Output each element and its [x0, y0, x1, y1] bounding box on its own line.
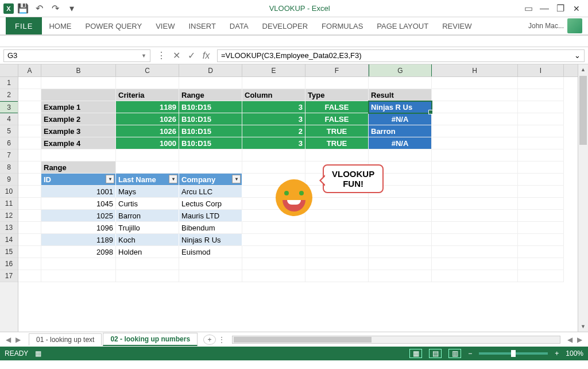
tab-insert[interactable]: INSERT [181, 17, 222, 34]
table-cell[interactable]: Mays [116, 186, 179, 198]
cell-d5[interactable]: B10:D15 [179, 125, 242, 137]
cell-b2[interactable] [41, 89, 116, 101]
macro-record-icon[interactable]: ▦ [35, 349, 41, 358]
table-cell[interactable]: Mauris LTD [179, 210, 242, 222]
cell-b4[interactable]: Example 2 [41, 113, 116, 125]
row-hdr-3[interactable]: 3 [0, 101, 18, 113]
cell-g2[interactable]: Result [369, 89, 432, 101]
row-hdr-9[interactable]: 9 [0, 174, 18, 186]
col-hdr-g[interactable]: G [369, 64, 432, 76]
col-hdr-b[interactable]: B [41, 64, 116, 76]
cell-f2[interactable]: Type [305, 89, 369, 101]
cell-g4[interactable]: #N/A [369, 113, 432, 125]
row-hdr-7[interactable]: 7 [0, 149, 18, 162]
redo-icon[interactable]: ↷ [49, 2, 62, 15]
cell-g3-active[interactable]: Ninjas R Us [369, 101, 432, 113]
view-pagelayout-icon[interactable]: ▤ [429, 349, 442, 358]
table-cell[interactable]: Ninjas R Us [179, 234, 242, 246]
tab-home[interactable]: HOME [42, 17, 78, 34]
row-hdr-1[interactable]: 1 [0, 77, 18, 89]
zoom-out-icon[interactable]: − [468, 349, 472, 358]
sheet-nav-last-icon[interactable]: ▶ [13, 336, 23, 344]
cell-d6[interactable]: B10:D15 [179, 137, 242, 149]
hscroll-left-icon[interactable]: ◀ [565, 336, 575, 344]
close-icon[interactable]: ✕ [568, 2, 585, 15]
table-hdr-company[interactable]: Company▾ [179, 174, 242, 186]
filter-icon[interactable]: ▾ [232, 175, 241, 183]
cell-f3[interactable]: FALSE [305, 101, 369, 113]
tab-formulas[interactable]: FORMULAS [315, 17, 370, 34]
table-cell[interactable]: 1001 [41, 186, 116, 198]
fx-icon[interactable]: fx [199, 49, 214, 62]
ribbon-options-icon[interactable]: ▭ [520, 2, 536, 15]
table-cell[interactable]: Bibendum [179, 222, 242, 234]
row-hdr-13[interactable]: 13 [0, 222, 18, 234]
sheet-more-icon[interactable]: ⋮ [216, 336, 227, 344]
fx-options-icon[interactable]: ⋮ [154, 49, 169, 62]
cell-c5[interactable]: 1026 [116, 125, 179, 137]
table-cell[interactable]: Koch [116, 234, 179, 246]
minimize-icon[interactable]: — [536, 2, 552, 15]
row-hdr-14[interactable]: 14 [0, 234, 18, 246]
tab-developer[interactable]: DEVELOPER [256, 17, 315, 34]
filter-icon[interactable]: ▾ [106, 175, 114, 183]
table-cell[interactable]: Arcu LLC [179, 186, 242, 198]
cell-c6[interactable]: 1000 [116, 137, 179, 149]
cancel-icon[interactable]: ✕ [169, 49, 184, 62]
row-hdr-6[interactable]: 6 [0, 137, 18, 149]
col-hdr-e[interactable]: E [242, 64, 305, 76]
zoom-slider[interactable] [479, 352, 548, 355]
table-hdr-lastname[interactable]: Last Name▾ [116, 174, 179, 186]
table-cell[interactable]: Euismod [179, 246, 242, 258]
row-hdr-12[interactable]: 12 [0, 210, 18, 222]
formula-expand-icon[interactable]: ⌄ [574, 51, 581, 60]
cell-c3[interactable]: 1189 [116, 101, 179, 113]
tab-powerquery[interactable]: POWER QUERY [78, 17, 149, 34]
save-icon[interactable]: 💾 [17, 2, 29, 15]
table-cell[interactable]: Trujillo [116, 222, 179, 234]
row-hdr-11[interactable]: 11 [0, 198, 18, 210]
enter-icon[interactable]: ✓ [184, 49, 199, 62]
sheet-tab-prev[interactable]: 01 - looking up text [29, 333, 102, 345]
cell-d4[interactable]: B10:D15 [179, 113, 242, 125]
name-box-dropdown-icon[interactable]: ▼ [141, 53, 146, 59]
col-hdr-a[interactable]: A [18, 64, 41, 76]
formula-input[interactable]: =VLOOKUP(C3,Employee_Data02,E3,F3) ⌄ [217, 49, 585, 62]
file-tab[interactable]: FILE [6, 17, 42, 34]
row-hdr-15[interactable]: 15 [0, 246, 18, 258]
qat-dropdown-icon[interactable]: ▾ [65, 2, 78, 15]
table-cell[interactable]: Lectus Corp [179, 198, 242, 210]
row-hdr-2[interactable]: 2 [0, 89, 18, 101]
vertical-scrollbar[interactable]: ▲ ▼ [578, 64, 588, 332]
restore-icon[interactable]: ❐ [552, 2, 568, 15]
sheet-nav-first-icon[interactable]: ◀ [3, 336, 13, 344]
row-hdr-8[interactable]: 8 [0, 162, 18, 174]
table-cell[interactable]: Curtis [116, 198, 179, 210]
col-hdr-h[interactable]: H [432, 64, 518, 76]
col-hdr-f[interactable]: F [305, 64, 369, 76]
cell-f5[interactable]: TRUE [305, 125, 369, 137]
row-hdr-10[interactable]: 10 [0, 186, 18, 198]
cell-d3[interactable]: B10:D15 [179, 101, 242, 113]
horizontal-scrollbar[interactable] [232, 336, 560, 344]
cell-c4[interactable]: 1026 [116, 113, 179, 125]
cell-b5[interactable]: Example 3 [41, 125, 116, 137]
cell-b6[interactable]: Example 4 [41, 137, 116, 149]
cell-g5[interactable]: Barron [369, 125, 432, 137]
undo-icon[interactable]: ↶ [33, 2, 45, 15]
cell-c2[interactable]: Criteria [116, 89, 179, 101]
cell-f4[interactable]: FALSE [305, 113, 369, 125]
zoom-in-icon[interactable]: + [555, 349, 559, 358]
table-cell[interactable]: 1045 [41, 198, 116, 210]
name-box[interactable]: G3 ▼ [3, 49, 150, 62]
hscroll-right-icon[interactable]: ▶ [575, 336, 585, 344]
cell-e6[interactable]: 3 [242, 137, 305, 149]
scroll-thumb[interactable] [579, 76, 587, 145]
add-sheet-icon[interactable]: + [203, 335, 216, 345]
cell-e4[interactable]: 3 [242, 113, 305, 125]
row-hdr-17[interactable]: 17 [0, 270, 18, 282]
user-account[interactable]: John Mac... [528, 17, 582, 34]
tab-data[interactable]: DATA [223, 17, 256, 34]
col-hdr-d[interactable]: D [179, 64, 242, 76]
view-normal-icon[interactable]: ▦ [409, 349, 422, 358]
